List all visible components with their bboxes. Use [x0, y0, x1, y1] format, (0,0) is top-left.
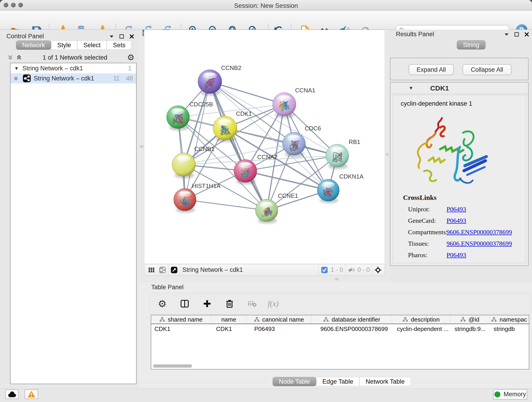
results-buttons-box: Expand All Collapse All [390, 58, 529, 80]
network-view-canvas[interactable]: CCNB2CCNA1CDC25BCDK1CDC6RB1CCNB1CCNA2CDK… [144, 30, 385, 264]
delete-table-icon[interactable] [245, 297, 259, 310]
close-panel-icon[interactable] [523, 31, 530, 38]
bottom-splitter-handle[interactable] [335, 278, 339, 280]
network-node-ccna2[interactable] [234, 160, 257, 185]
expand-all-icon[interactable] [16, 54, 22, 61]
cell-canonical-name[interactable]: P06493 [247, 325, 312, 332]
network-selection-status: 1 of 1 Network selected [22, 54, 127, 61]
column-header-name[interactable]: name [211, 315, 247, 324]
float-panel-icon[interactable] [513, 31, 520, 38]
column-header-namespace[interactable]: namespac [489, 315, 529, 324]
memory-button[interactable]: Memory [493, 389, 527, 400]
column-header-canonical-name[interactable]: canonical name [247, 315, 312, 324]
cell-id[interactable]: stringdb:9... [450, 325, 490, 332]
grid-view-icon[interactable] [148, 267, 155, 274]
network-node-cdk1[interactable] [213, 116, 237, 142]
network-node-ccnb2[interactable] [198, 70, 222, 96]
cell-namespace[interactable]: stringdb [489, 325, 529, 332]
float-panel-icon[interactable] [118, 33, 125, 40]
cell-name[interactable]: CDK1 [211, 325, 247, 332]
network-node-hist1h1a[interactable] [174, 188, 196, 213]
selected-checkbox-icon[interactable] [321, 267, 328, 274]
tab-network[interactable]: Network [16, 41, 51, 50]
crosslinks-heading: CrossLinks [403, 194, 512, 201]
function-builder-icon[interactable]: f(x) [268, 299, 279, 308]
panel-menu-icon[interactable] [108, 33, 115, 40]
cell-database-identifier[interactable]: 9606.ENSP00000378699 [312, 325, 392, 332]
results-panel-title: Results Panel [396, 31, 434, 38]
collapse-all-icon[interactable] [7, 54, 14, 61]
network-node-cdc25b[interactable] [167, 106, 190, 131]
network-edge[interactable] [210, 82, 267, 211]
node-label-hist1h1a: HIST1H1A [192, 182, 221, 189]
left-splitter-handle[interactable] [140, 145, 143, 148]
expand-all-button[interactable]: Expand All [409, 64, 454, 75]
node-label-ccnb1: CCNB1 [194, 146, 215, 153]
tab-select[interactable]: Select [77, 41, 107, 50]
string-badge-icon[interactable] [159, 267, 166, 274]
control-panel-title: Control Panel [6, 33, 44, 40]
table-gear-icon[interactable]: ⚙ [156, 297, 169, 310]
horizontal-scrollbar-thumb[interactable] [153, 364, 192, 368]
network-node-cdc6[interactable] [283, 132, 305, 157]
network-node-cdkn1a[interactable] [317, 179, 339, 203]
disclosure-triangle-icon[interactable]: ▼ [14, 66, 19, 71]
cell-description[interactable]: cyclin-dependent ... [392, 325, 450, 332]
collapse-all-button[interactable]: Collapse All [462, 64, 511, 75]
column-header-shared-name[interactable]: shared name [151, 315, 211, 324]
column-header-database-identifier[interactable]: database identifier [312, 315, 392, 324]
network-edge[interactable] [185, 200, 267, 211]
cell-shared-name[interactable]: CDK1 [151, 325, 211, 332]
node-label-ccne1: CCNE1 [278, 192, 298, 199]
tab-style[interactable]: Style [51, 41, 77, 50]
network-column-icon [491, 317, 497, 322]
birds-eye-view-icon[interactable] [375, 267, 381, 274]
network-view-toolbar: String Network – cdk1 1 - 0 0 - 0 [144, 264, 385, 276]
node-label-cdc25b: CDC25B [190, 101, 213, 108]
network-node-ccnb1[interactable] [172, 153, 196, 178]
gene-section-header[interactable]: ▼ CDK1 [390, 83, 528, 94]
gear-icon[interactable]: ⚙ [127, 54, 134, 61]
panel-menu-icon[interactable] [503, 31, 510, 38]
tab-network-table[interactable]: Network Table [360, 377, 411, 386]
node-label-ccna2: CCNA2 [257, 153, 278, 160]
network-collection-row[interactable]: ▼ String Network – cdk1 1 [11, 63, 136, 73]
tab-sets[interactable]: Sets [107, 41, 132, 50]
warnings-button[interactable] [25, 389, 38, 399]
network-label: String Network – cdk1 [34, 75, 94, 82]
table-row[interactable]: CDK1 CDK1 P06493 9606.ENSP00000378699 cy… [151, 324, 529, 334]
column-header-id[interactable]: @id [450, 315, 490, 324]
crosslink-link[interactable]: 9606.ENSP00000378699 [447, 240, 512, 247]
network-node-ccna1[interactable] [273, 93, 296, 118]
collection-label: String Network – cdk1 [22, 65, 83, 72]
selected-count: 1 - 0 [331, 266, 343, 274]
tab-node-table[interactable]: Node Table [273, 377, 316, 386]
network-row[interactable]: String Network – cdk1 11 48 [11, 73, 136, 83]
network-column-icon [254, 317, 260, 322]
protein-structure-image [406, 116, 491, 191]
crosslink-link[interactable]: 9606.ENSP00000378699 [447, 229, 512, 236]
show-columns-icon[interactable] [178, 297, 191, 310]
cloud-status-button[interactable] [5, 389, 19, 399]
tab-string[interactable]: String [457, 40, 486, 50]
network-graph[interactable]: CCNB2CCNA1CDC25BCDK1CDC6RB1CCNB1CCNA2CDK… [144, 30, 385, 264]
open-in-window-icon[interactable] [171, 267, 177, 274]
crosslink-link[interactable]: P06493 [447, 206, 466, 213]
hidden-eye-slash-icon[interactable] [348, 267, 355, 274]
network-node-ccne1[interactable] [255, 199, 278, 224]
table-header-row: shared name name canonical name database… [151, 315, 529, 324]
network-column-icon [460, 317, 466, 322]
delete-column-icon[interactable] [223, 297, 236, 310]
disclosure-triangle-icon[interactable]: ▼ [409, 85, 413, 91]
column-header-description[interactable]: description [392, 315, 450, 324]
gene-name: CDK1 [430, 84, 449, 92]
gene-details: cyclin-dependent kinase 1 [393, 95, 526, 263]
crosslink-link[interactable]: P06493 [447, 251, 466, 259]
crosslink-link[interactable]: P06493 [447, 217, 466, 224]
add-column-icon[interactable] [201, 297, 214, 310]
crosslink-row: Tissues: 9606.ENSP00000378699 [403, 240, 512, 247]
network-edge[interactable] [185, 82, 210, 200]
network-node-rb1[interactable] [326, 144, 349, 169]
tab-edge-table[interactable]: Edge Table [316, 377, 360, 386]
close-panel-icon[interactable] [128, 33, 135, 40]
